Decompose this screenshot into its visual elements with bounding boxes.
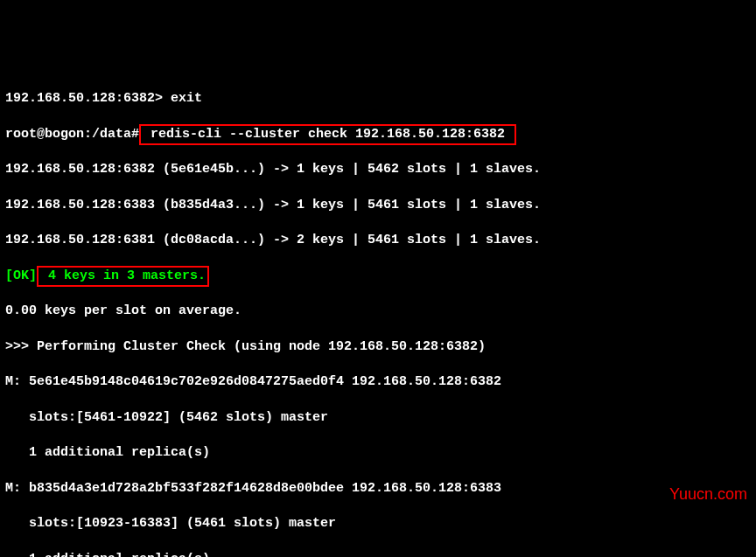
output-ok-line: [OK] 4 keys in 3 masters.	[5, 268, 751, 285]
watermark-text: Yuucn.com	[669, 484, 747, 505]
shell-prompt: root@bogon:/data#	[5, 127, 139, 142]
output-line: 192.168.50.128:6381 (dc08acda...) -> 2 k…	[5, 232, 751, 249]
slots-line: slots:[10923-16383] (5461 slots) master	[5, 515, 751, 533]
command-line: root@bogon:/data# redis-cli --cluster ch…	[5, 126, 751, 143]
output-line: 0.00 keys per slot on average.	[5, 303, 751, 320]
output-line: 192.168.50.128:6382> exit	[5, 90, 751, 108]
replica-line: 1 additional replica(s)	[5, 551, 751, 557]
replica-line: 1 additional replica(s)	[5, 444, 751, 462]
output-line: 192.168.50.128:6383 (b835d4a3...) -> 1 k…	[5, 197, 751, 214]
ok-label: [OK]	[5, 268, 37, 283]
highlight-command: redis-cli --cluster check 192.168.50.128…	[139, 124, 516, 145]
master-node-line: M: b835d4a3e1d728a2bf533f282f14628d8e00b…	[5, 480, 751, 498]
highlight-keys-masters: 4 keys in 3 masters.	[37, 266, 209, 287]
output-line: 192.168.50.128:6382 (5e61e45b...) -> 1 k…	[5, 161, 751, 178]
terminal-output[interactable]: 192.168.50.128:6382> exit root@bogon:/da…	[5, 73, 751, 557]
slots-line: slots:[5461-10922] (5462 slots) master	[5, 409, 751, 427]
master-node-line: M: 5e61e45b9148c04619c702e926d0847275aed…	[5, 373, 751, 391]
section-header: >>> Performing Cluster Check (using node…	[5, 338, 751, 356]
